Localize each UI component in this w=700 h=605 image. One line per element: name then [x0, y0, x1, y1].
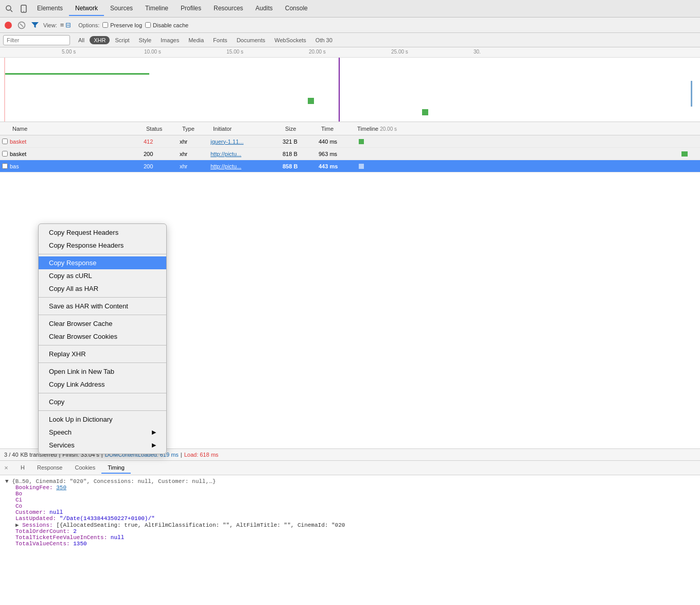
ctx-copy-response-headers[interactable]: Copy Response Headers — [39, 239, 166, 252]
mini-bar — [359, 164, 364, 169]
timeline-blue-mark — [691, 81, 692, 107]
filter-all[interactable]: All — [74, 36, 89, 44]
ctx-replay-xhr[interactable]: Replay XHR — [39, 348, 166, 360]
filter-xhr[interactable]: XHR — [90, 36, 110, 44]
row-initiator: jquery-1.11... — [211, 139, 283, 145]
table-row[interactable]: basket 200 xhr http://pictu... 818 B 963… — [0, 148, 700, 160]
ctx-clear-cookies[interactable]: Clear Browser Cookies — [39, 330, 166, 343]
tab-console[interactable]: Console — [279, 2, 314, 16]
filter-script[interactable]: Script — [111, 36, 133, 44]
ctx-open-new-tab[interactable]: Open Link in New Tab — [39, 365, 166, 378]
tab-sources[interactable]: Sources — [104, 2, 139, 16]
filter-fonts[interactable]: Fonts — [209, 36, 232, 44]
header-name: Name — [2, 126, 146, 132]
view-icons: ≡ ⊟ — [60, 21, 72, 29]
record-button[interactable] — [3, 20, 13, 30]
json-root: ▼ {B…50, CinemaId: "020", Concessions: n… — [5, 478, 695, 485]
row-size: 321 B — [283, 139, 319, 145]
list-view-icon[interactable]: ≡ — [60, 21, 64, 29]
row-status: 200 — [144, 163, 180, 169]
mini-bar — [359, 139, 364, 144]
tree-view-icon[interactable]: ⊟ — [65, 21, 71, 29]
mobile-icon[interactable] — [16, 2, 31, 16]
ruler-mark-5: 5.00 s — [62, 49, 76, 55]
clear-button[interactable] — [16, 20, 27, 30]
tab-timing[interactable]: Timing — [101, 462, 131, 474]
ctx-copy-all-as-har[interactable]: Copy All as HAR — [39, 282, 166, 295]
row-size: 858 B — [283, 163, 319, 169]
preserve-log-checkbox[interactable]: Preserve log — [102, 22, 142, 28]
tab-elements[interactable]: Elements — [31, 2, 69, 16]
filter-images[interactable]: Images — [156, 36, 183, 44]
filter-bar: All XHR Script Style Images Media Fonts … — [0, 33, 700, 47]
timeline-red-line — [4, 58, 5, 122]
separator — [39, 254, 166, 254]
separator3 — [39, 315, 166, 315]
tab-cookies[interactable]: Cookies — [69, 462, 102, 474]
ruler-mark-10: 10.00 s — [144, 49, 161, 55]
ctx-clear-cache[interactable]: Clear Browser Cache — [39, 317, 166, 330]
network-toolbar: View: ≡ ⊟ Options: Preserve log Disable … — [0, 18, 700, 33]
filter-style[interactable]: Style — [135, 36, 155, 44]
timeline-bar-green — [5, 73, 149, 75]
table-row-selected[interactable]: bas 200 xhr http://pictu... 858 B 443 ms — [0, 160, 700, 172]
row-checkbox[interactable] — [2, 139, 8, 144]
filter-icon[interactable] — [30, 20, 40, 30]
tab-audits[interactable]: Audits — [249, 2, 278, 16]
tab-resources[interactable]: Resources — [207, 2, 249, 16]
ctx-copy-link[interactable]: Copy Link Address — [39, 378, 166, 391]
json-line-ci: Ci — [15, 497, 695, 503]
filter-websockets[interactable]: WebSockets — [270, 36, 310, 44]
tab-timeline[interactable]: Timeline — [139, 2, 174, 16]
mini-bar — [681, 151, 688, 157]
filter-other[interactable]: Oth 30 — [311, 36, 337, 44]
row-checkbox[interactable] — [2, 151, 8, 157]
tab-profiles[interactable]: Profiles — [174, 2, 207, 16]
ctx-speech[interactable]: Speech ▶ — [39, 426, 166, 439]
row-time: 443 ms — [319, 163, 355, 169]
load-time: Load: 618 ms — [184, 452, 219, 458]
close-bottom-panel[interactable]: × — [2, 464, 10, 472]
row-checkbox[interactable] — [2, 163, 8, 169]
disable-cache-checkbox[interactable]: Disable cache — [145, 22, 188, 28]
ctx-copy-as-curl[interactable]: Copy as cURL — [39, 269, 166, 282]
tab-network[interactable]: Network — [69, 2, 104, 16]
ctx-save-as-har[interactable]: Save as HAR with Content — [39, 300, 166, 313]
search-icon[interactable] — [2, 2, 16, 16]
json-line-totalordercount: TotalOrderCount: 2 — [15, 528, 695, 534]
ctx-copy-response[interactable]: Copy Response — [39, 256, 166, 269]
separator6 — [39, 393, 166, 393]
bottom-panel: × H Response Cookies Timing ▼ {B…50, Cin… — [0, 461, 700, 605]
timeline-square-green — [308, 98, 314, 104]
ctx-copy-request-headers[interactable]: Copy Request Headers — [39, 226, 166, 239]
ruler-mark-30: 30. — [474, 49, 481, 55]
devtools-panel: Elements Network Sources Timeline Profil… — [0, 0, 700, 605]
request-count: 3 / 40 — [4, 452, 19, 458]
ctx-services[interactable]: Services ▶ — [39, 439, 166, 452]
ctx-copy[interactable]: Copy — [39, 395, 166, 408]
ruler-mark-15: 15.00 s — [226, 49, 243, 55]
tab-response[interactable]: Response — [31, 462, 69, 474]
row-status: 412 — [144, 139, 180, 145]
row-timeline-bar — [355, 160, 698, 172]
json-line-sessions: ▶ Sessions: [{AllocatedSeating: true, Al… — [15, 522, 695, 528]
timeline-ruler: 5.00 s 10.00 s 15.00 s 20.00 s 25.00 s 3… — [0, 47, 700, 58]
ruler-mark-20: 20.00 s — [309, 49, 326, 55]
timeline-area: 5.00 s 10.00 s 15.00 s 20.00 s 25.00 s 3… — [0, 47, 700, 122]
filter-documents[interactable]: Documents — [233, 36, 270, 44]
view-label: View: — [43, 22, 57, 28]
json-line-totalvaluecents: TotalValueCents: 1350 — [15, 541, 695, 547]
row-type: xhr — [180, 151, 211, 157]
header-type: Type — [182, 126, 213, 132]
filter-media[interactable]: Media — [184, 36, 208, 44]
svg-line-5 — [20, 24, 23, 27]
separator2 — [39, 297, 166, 298]
bottom-panel-content: ▼ {B…50, CinemaId: "020", Concessions: n… — [0, 475, 700, 605]
table-row[interactable]: basket 412 xhr jquery-1.11... 321 B 440 … — [0, 135, 700, 148]
row-name: basket — [10, 151, 144, 157]
tab-headers[interactable]: H — [14, 462, 31, 474]
row-type: xhr — [180, 139, 211, 145]
filter-input[interactable] — [3, 35, 70, 45]
ctx-look-up[interactable]: Look Up in Dictionary — [39, 413, 166, 426]
header-status: Status — [146, 126, 182, 132]
